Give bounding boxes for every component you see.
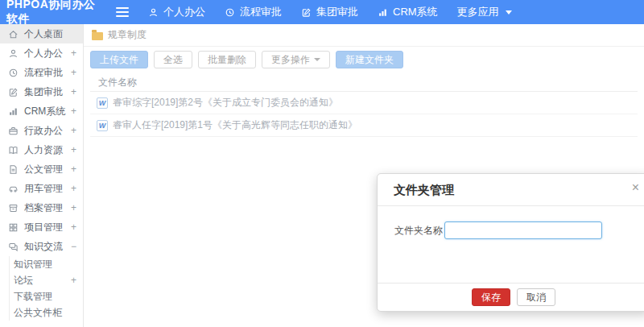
sidebar-item-archive-mgmt[interactable]: 档案管理 + (0, 198, 83, 217)
expand-icon[interactable]: + (71, 125, 76, 136)
expand-icon[interactable]: + (71, 67, 76, 78)
user-icon (8, 48, 19, 59)
nav-item-personal-office[interactable]: 个人办公 (148, 5, 205, 19)
select-all-button[interactable]: 全选 (154, 51, 192, 68)
sidebar-item-personal-office[interactable]: 个人办公 + (0, 43, 83, 63)
history-icon (8, 68, 19, 78)
expand-icon[interactable]: + (71, 48, 76, 59)
word-doc-icon: W (97, 120, 108, 131)
collapse-icon[interactable]: − (71, 241, 76, 252)
sidebar-item-personal-desktop[interactable]: 个人桌面 (0, 24, 83, 43)
expand-icon[interactable]: + (71, 144, 76, 155)
archive-icon (8, 203, 19, 213)
briefcase-icon (8, 126, 19, 136)
caret-down-icon (314, 58, 320, 61)
nav-item-workflow-approval[interactable]: 流程审批 (225, 5, 282, 19)
sidebar-subitem-knowledge-mgmt[interactable]: 知识管理 (10, 256, 83, 272)
new-folder-button[interactable]: 新建文件夹 (336, 51, 403, 68)
file-name-column-header: 文件名称 (90, 73, 638, 92)
expand-icon[interactable]: + (71, 221, 76, 233)
dialog-header: 文件夹管理 × (378, 174, 644, 206)
cancel-button[interactable]: 取消 (517, 288, 555, 306)
sidebar-item-workflow-approval[interactable]: 流程审批 + (0, 63, 83, 82)
caret-down-icon (506, 10, 512, 14)
folder-icon (92, 32, 103, 40)
expand-icon[interactable]: + (71, 183, 76, 194)
expand-icon[interactable]: + (71, 202, 76, 213)
history-icon (225, 7, 235, 18)
dialog-body: 文件夹名称 (378, 206, 644, 239)
expand-icon[interactable]: + (71, 275, 76, 286)
table-row[interactable]: W 睿审人任字[2019]第1号《关于高光辉等同志任职的通知》 (90, 114, 638, 137)
toolbar: 上传文件 全选 批量删除 更多操作 新建文件夹 (84, 47, 644, 72)
sidebar-item-knowledge-exchange[interactable]: 知识交流 − (0, 237, 83, 256)
table-row[interactable]: W 睿审综字[2019]第2号《关于成立专门委员会的通知》 (90, 92, 638, 114)
sidebar-item-document-mgmt[interactable]: 公文管理 + (0, 159, 83, 179)
home-icon (8, 29, 19, 39)
sidebar-subitem-download-mgmt[interactable]: 下载管理 (10, 288, 83, 304)
upload-file-button[interactable]: 上传文件 (90, 51, 148, 68)
dialog-title: 文件夹管理 (394, 183, 454, 197)
breadcrumb: 规章制度 (84, 24, 644, 47)
folder-management-dialog: 文件夹管理 × 文件夹名称 保存 取消 (377, 173, 644, 312)
document-icon (8, 164, 19, 175)
sidebar-item-vehicle-mgmt[interactable]: 用车管理 + (0, 179, 83, 198)
knowledge-exchange-submenu: 知识管理 论坛 + 下载管理 公共文件柜 (9, 256, 83, 321)
edit-icon (8, 87, 19, 97)
sidebar-item-admin-office[interactable]: 行政办公 + (0, 121, 83, 140)
folder-name-label: 文件夹名称 (394, 224, 444, 238)
dialog-footer: 保存 取消 (378, 283, 644, 311)
nav-item-group-approval[interactable]: 集团审批 (301, 5, 358, 19)
expand-icon[interactable]: + (71, 106, 76, 117)
book-icon (8, 145, 19, 155)
expand-icon[interactable]: + (71, 164, 76, 175)
user-icon (148, 7, 159, 18)
batch-delete-button[interactable]: 批量删除 (198, 51, 256, 68)
more-actions-button[interactable]: 更多操作 (262, 51, 330, 68)
sidebar-item-project-mgmt[interactable]: 项目管理 + (0, 217, 83, 237)
nav-item-crm[interactable]: CRM系统 (378, 5, 438, 19)
folder-name-input[interactable] (444, 221, 602, 239)
word-doc-icon: W (97, 97, 108, 109)
file-link[interactable]: 睿审综字[2019]第2号《关于成立专门委员会的通知》 (113, 96, 338, 110)
app-logo[interactable]: PHPOA协同办公软件 (0, 0, 106, 27)
chart-icon (378, 7, 388, 18)
expand-icon[interactable]: + (71, 86, 76, 97)
sidebar-item-crm[interactable]: CRM系统 + (0, 101, 83, 121)
sidebar-item-group-approval[interactable]: 集团审批 + (0, 82, 83, 101)
sidebar-subitem-forum[interactable]: 论坛 + (10, 272, 83, 288)
sidebar-subitem-public-file-cabinet[interactable]: 公共文件柜 (10, 304, 83, 321)
breadcrumb-label: 规章制度 (108, 28, 147, 42)
chat-icon (8, 242, 19, 252)
car-icon (8, 184, 19, 194)
file-table: 文件名称 W 睿审综字[2019]第2号《关于成立专门委员会的通知》 W 睿审人… (90, 73, 638, 137)
menu-toggle-icon[interactable] (116, 7, 129, 17)
grid-icon (8, 222, 19, 233)
file-link[interactable]: 睿审人任字[2019]第1号《关于高光辉等同志任职的通知》 (113, 118, 357, 132)
close-icon[interactable]: × (632, 181, 639, 194)
edit-icon (301, 7, 312, 18)
top-navbar: PHPOA协同办公软件 个人办公 流程审批 集团审批 CRM系统 更多应用 (0, 0, 644, 24)
nav-item-more-apps[interactable]: 更多应用 (457, 5, 512, 19)
chart-icon (8, 106, 19, 117)
save-button[interactable]: 保存 (472, 288, 510, 306)
sidebar: 个人桌面 个人办公 + 流程审批 + 集团审批 + CRM系统 + 行政办公 + (0, 24, 84, 327)
sidebar-item-hr[interactable]: 人力资源 + (0, 140, 83, 159)
